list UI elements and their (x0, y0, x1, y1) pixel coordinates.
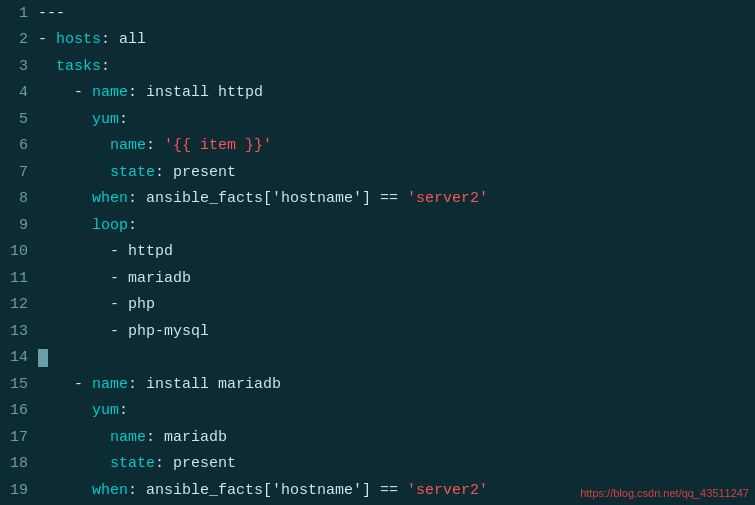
line-number: 18 (0, 455, 38, 472)
line-content: - httpd (38, 243, 755, 260)
line-number: 10 (0, 243, 38, 260)
line-content: name: mariadb (38, 429, 755, 446)
line-number: 16 (0, 402, 38, 419)
line-number: 1 (0, 5, 38, 22)
code-line: 15 - name: install mariadb (0, 371, 755, 398)
code-line: 5 yum: (0, 106, 755, 133)
code-line: 6 name: '{{ item }}' (0, 133, 755, 160)
line-content: - name: install mariadb (38, 376, 755, 393)
line-content: - name: install httpd (38, 84, 755, 101)
line-number: 11 (0, 270, 38, 287)
line-content: tasks: (38, 58, 755, 75)
line-number: 6 (0, 137, 38, 154)
line-content: - hosts: all (38, 31, 755, 48)
code-editor: 1---2- hosts: all3 tasks:4 - name: insta… (0, 0, 755, 505)
code-line: 11 - mariadb (0, 265, 755, 292)
line-number: 4 (0, 84, 38, 101)
line-content: when: ansible_facts['hostname'] == 'serv… (38, 190, 755, 207)
code-line: 7 state: present (0, 159, 755, 186)
line-content: - php-mysql (38, 323, 755, 340)
line-number: 2 (0, 31, 38, 48)
code-line: 4 - name: install httpd (0, 80, 755, 107)
line-content: --- (38, 5, 755, 22)
line-number: 17 (0, 429, 38, 446)
line-content: state: present (38, 455, 755, 472)
code-line: 8 when: ansible_facts['hostname'] == 'se… (0, 186, 755, 213)
line-number: 3 (0, 58, 38, 75)
code-line: 12 - php (0, 292, 755, 319)
code-line: 16 yum: (0, 398, 755, 425)
code-line: 1--- (0, 0, 755, 27)
code-line: 18 state: present (0, 451, 755, 478)
line-content: - php (38, 296, 755, 313)
line-number: 9 (0, 217, 38, 234)
line-content: loop: (38, 217, 755, 234)
code-line: 14 (0, 345, 755, 372)
line-content (38, 349, 755, 367)
line-number: 14 (0, 349, 38, 366)
line-content: state: present (38, 164, 755, 181)
line-number: 5 (0, 111, 38, 128)
line-number: 7 (0, 164, 38, 181)
line-number: 15 (0, 376, 38, 393)
cursor-block (38, 349, 48, 367)
line-number: 8 (0, 190, 38, 207)
code-line: 3 tasks: (0, 53, 755, 80)
line-content: yum: (38, 111, 755, 128)
line-content: yum: (38, 402, 755, 419)
code-line: 17 name: mariadb (0, 424, 755, 451)
code-line: 9 loop: (0, 212, 755, 239)
line-number: 12 (0, 296, 38, 313)
watermark: https://blog.csdn.net/qq_43511247 (580, 487, 749, 499)
line-number: 13 (0, 323, 38, 340)
line-content: - mariadb (38, 270, 755, 287)
code-line: 10 - httpd (0, 239, 755, 266)
code-line: 13 - php-mysql (0, 318, 755, 345)
line-content: name: '{{ item }}' (38, 137, 755, 154)
code-line: 2- hosts: all (0, 27, 755, 54)
line-number: 19 (0, 482, 38, 499)
